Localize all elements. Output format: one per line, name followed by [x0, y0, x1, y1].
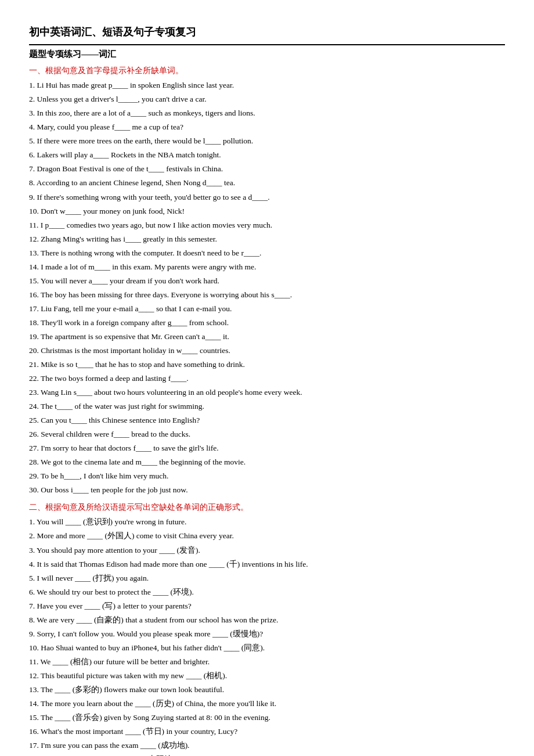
list-item: 9. Sorry, I can't follow you. Would you …	[29, 627, 505, 641]
list-item: 8. We are very ____ (自豪的) that a student…	[29, 613, 505, 627]
list-item: 12. This beautiful picture was taken wit…	[29, 669, 505, 683]
list-item: 3. In this zoo, there are a lot of a____…	[29, 106, 505, 120]
list-item: 3. You should pay more attention to your…	[29, 543, 505, 557]
list-item: 24. The t____ of the water was just righ…	[29, 399, 505, 413]
main-title: 初中英语词汇、短语及句子专项复习	[29, 23, 505, 45]
list-item: 7. Have you ever ____ (写) a letter to yo…	[29, 599, 505, 613]
list-item: 25. Can you t____ this Chinese sentence …	[29, 413, 505, 427]
list-item: 14. I made a lot of m____ in this exam. …	[29, 260, 505, 274]
list-item: 23. Wang Lin s____ about two hours volun…	[29, 386, 505, 399]
list-item: 5. I will never ____ (打扰) you again.	[29, 571, 505, 585]
list-item: 15. You will never a____ your dream if y…	[29, 274, 505, 288]
list-item: 18. They'll work in a foreign company af…	[29, 316, 505, 330]
list-item: 2. More and more ____ (外国人) come to visi…	[29, 529, 505, 543]
section2-list: 1. You will ____ (意识到) you're wrong in f…	[29, 515, 505, 756]
list-item: 4. Mary, could you please f____ me a cup…	[29, 120, 505, 134]
list-item: 15. The ____ (音乐会) given by Song Zuying …	[29, 711, 505, 725]
list-item: 4. It is said that Thomas Edison had mad…	[29, 557, 505, 571]
list-item: 7. Dragon Boat Festival is one of the t_…	[29, 162, 505, 176]
list-item: 20. Christmas is the most important holi…	[29, 344, 505, 358]
list-item: 1. Li Hui has made great p____ in spoken…	[29, 78, 505, 92]
list-item: 17. I'm sure you can pass the exam ____ …	[29, 739, 505, 753]
list-item: 16. The boy has been missing for three d…	[29, 288, 505, 302]
list-item: 17. Liu Fang, tell me your e-mail a____ …	[29, 302, 505, 316]
list-item: 8. According to an ancient Chinese legen…	[29, 176, 505, 190]
list-item: 1. You will ____ (意识到) you're wrong in f…	[29, 515, 505, 529]
list-item: 22. The two boys formed a deep and lasti…	[29, 372, 505, 386]
list-item: 16. What's the most important ____ (节日) …	[29, 725, 505, 739]
list-item: 2. Unless you get a driver's l_____, you…	[29, 92, 505, 106]
list-item: 19. The apartment is so expensive that M…	[29, 330, 505, 344]
section1-list: 1. Li Hui has made great p____ in spoken…	[29, 78, 505, 496]
section2-header: 二、根据句意及所给汉语提示写出空缺处各单词的正确形式。	[29, 501, 505, 514]
list-item: 10. Hao Shuai wanted to buy an iPhone4, …	[29, 641, 505, 655]
list-item: 13. The ____ (多彩的) flowers make our town…	[29, 683, 505, 697]
list-item: 10. Don't w____ your money on junk food,…	[29, 204, 505, 218]
list-item: 9. If there's something wrong with your …	[29, 190, 505, 204]
list-item: 6. We should try our best to protect the…	[29, 585, 505, 599]
list-item: 11. I p____ comedies two years ago, but …	[29, 218, 505, 232]
list-item: 29. To be h____, I don't like him very m…	[29, 469, 505, 483]
list-item: 14. The more you learn about the ____ (历…	[29, 697, 505, 711]
list-item: 11. We ____ (相信) our future will be bett…	[29, 655, 505, 669]
subtitle: 题型专项练习——词汇	[29, 46, 505, 62]
list-item: 5. If there were more trees on the earth…	[29, 134, 505, 148]
list-item: 30. Our boss i____ ten people for the jo…	[29, 483, 505, 497]
list-item: 6. Lakers will play a____ Rockets in the…	[29, 148, 505, 162]
list-item: 21. Mike is so t____ that he has to stop…	[29, 358, 505, 372]
list-item: 28. We got to the cinema late and m____ …	[29, 455, 505, 469]
list-item: 18. Susan looks very cool with ____ (太阳镜…	[29, 753, 505, 756]
section1-header: 一、根据句意及首字母提示补全所缺单词。	[29, 64, 505, 78]
list-item: 12. Zhang Ming's writing has i____ great…	[29, 232, 505, 246]
list-item: 27. I'm sorry to hear that doctors f____…	[29, 441, 505, 455]
list-item: 13. There is nothing wrong with the comp…	[29, 246, 505, 260]
list-item: 26. Several children were f____ bread to…	[29, 427, 505, 441]
